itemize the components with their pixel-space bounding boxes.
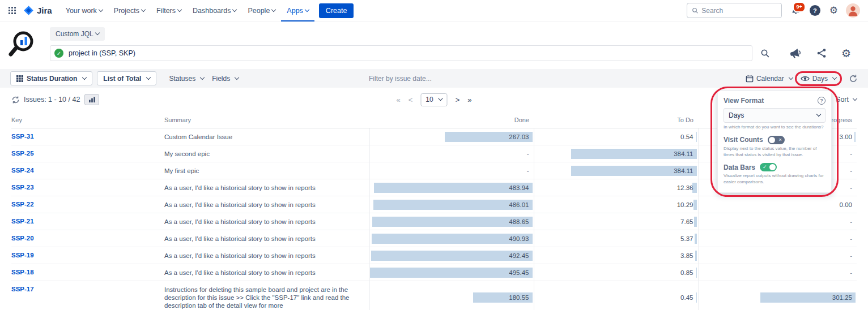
issue-key-link[interactable]: SSP-21 — [11, 218, 34, 225]
chevron-down-icon — [832, 75, 837, 79]
duration-cell-inprogress: 301.25 — [698, 281, 857, 310]
data-bars-help-text: Visualize report outputs without drawing… — [724, 173, 826, 186]
create-button[interactable]: Create — [319, 3, 354, 18]
notifications-button[interactable]: 9+ — [791, 6, 801, 15]
toggle-check-icon: ✓ — [763, 163, 767, 171]
chevron-down-icon — [141, 7, 146, 11]
data-bar — [854, 132, 856, 142]
issue-key-cell: SSP-23 — [11, 179, 164, 196]
table-row: SSP-19As a user, I'd like a historical s… — [11, 247, 857, 264]
avatar[interactable] — [846, 3, 860, 18]
issue-date-filter-input[interactable] — [369, 75, 499, 83]
nav-filters[interactable]: Filters — [151, 0, 187, 21]
issue-key-link[interactable]: SSP-19 — [11, 252, 34, 259]
sync-icon[interactable] — [849, 74, 858, 83]
duration-value: 0.45 — [534, 294, 693, 301]
issue-key-cell: SSP-21 — [11, 213, 164, 230]
nav-people[interactable]: People — [242, 0, 281, 21]
duration-value: - — [699, 218, 853, 225]
issues-count-label: Issues: 1 - 10 / 42 — [24, 96, 80, 104]
fields-label: Fields — [212, 75, 230, 83]
check-icon: ✓ — [57, 50, 61, 57]
calendar-dropdown[interactable]: Calendar — [746, 75, 793, 83]
chart-view-button[interactable] — [84, 94, 99, 105]
nav-projects[interactable]: Projects — [108, 0, 151, 21]
column-header-summary[interactable]: Summary — [164, 111, 369, 128]
report-type-dropdown[interactable]: Status Duration — [10, 71, 92, 85]
help-button[interactable]: ? — [810, 5, 820, 16]
column-header-todo[interactable]: To Do — [534, 111, 698, 128]
jql-search-icon[interactable] — [760, 49, 769, 58]
nav-people-label: People — [248, 7, 270, 15]
list-mode-dropdown[interactable]: List of Total — [97, 71, 156, 85]
duration-cell-done: 495.45 — [369, 264, 534, 281]
sort-dropdown[interactable]: Sort — [836, 96, 857, 104]
app-switcher-icon[interactable] — [8, 6, 16, 15]
duration-cell-todo: 0.54 — [534, 128, 698, 145]
chevron-down-icon — [271, 7, 276, 11]
jira-logo[interactable]: Jira — [23, 5, 52, 16]
duration-cell-done: 267.03 — [369, 128, 534, 145]
issue-key-link[interactable]: SSP-25 — [11, 150, 34, 157]
issue-key-link[interactable]: SSP-20 — [11, 235, 34, 242]
fields-dropdown[interactable]: Fields — [212, 75, 239, 83]
column-header-done[interactable]: Done — [369, 111, 534, 128]
view-format-dropdown[interactable]: Days — [801, 75, 836, 83]
jira-logo-text: Jira — [37, 6, 52, 15]
next-page-button[interactable]: > — [456, 96, 460, 104]
issue-key-link[interactable]: SSP-17 — [11, 286, 34, 292]
issue-key-link[interactable]: SSP-31 — [11, 133, 34, 140]
nav-your-work-label: Your work — [66, 7, 97, 15]
jira-app-screen: Jira Your work Projects Filters Dashboar… — [0, 0, 868, 310]
help-icon[interactable]: ? — [818, 97, 826, 105]
eye-icon — [801, 75, 810, 82]
duration-value: - — [699, 235, 853, 242]
page-size-select[interactable]: 10 — [420, 93, 447, 106]
global-search-box[interactable] — [687, 3, 782, 18]
toggle-knob — [769, 137, 775, 143]
settings-icon[interactable]: ⚙ — [829, 6, 838, 15]
gear-icon: ⚙ — [829, 5, 838, 16]
format-select-value: Days — [729, 111, 744, 119]
duration-cell-done: 488.65 — [369, 213, 534, 230]
first-page-button[interactable]: « — [396, 96, 400, 104]
statuses-dropdown[interactable]: Statuses — [169, 75, 204, 83]
duration-value: - — [370, 150, 529, 157]
duration-value: 490.93 — [370, 235, 529, 242]
duration-cell-todo: 12.36 — [534, 179, 698, 196]
calendar-icon — [746, 75, 754, 83]
issue-key-link[interactable]: SSP-22 — [11, 201, 34, 208]
chevron-down-icon — [146, 75, 151, 79]
nav-your-work[interactable]: Your work — [60, 0, 108, 21]
issue-key-link[interactable]: SSP-24 — [11, 167, 34, 174]
visit-counts-toggle[interactable]: × — [768, 136, 785, 144]
report-toolbar: Status Duration List of Total Statuses F… — [0, 69, 868, 88]
duration-cell-done: - — [369, 145, 534, 162]
nav-dashboards[interactable]: Dashboards — [187, 0, 242, 21]
jql-valid-check-icon: ✓ — [54, 49, 63, 58]
search-input[interactable] — [701, 7, 777, 15]
jql-input[interactable] — [50, 45, 752, 61]
issue-key-link[interactable]: SSP-23 — [11, 184, 34, 191]
nav-apps[interactable]: Apps — [281, 0, 314, 21]
format-select[interactable]: Days — [724, 108, 826, 123]
jql-mode-dropdown[interactable]: Custom JQL — [50, 27, 105, 41]
duration-cell-todo: 5.37 — [534, 230, 698, 247]
chevron-down-icon — [438, 96, 442, 101]
duration-cell-todo: 384.11 — [534, 162, 698, 179]
prev-page-button[interactable]: < — [409, 96, 413, 104]
last-page-button[interactable]: » — [467, 96, 471, 104]
statuses-label: Statuses — [169, 75, 195, 83]
duration-value: - — [699, 252, 853, 259]
issue-key-link[interactable]: SSP-18 — [11, 269, 34, 275]
app-settings-icon[interactable]: ⚙ — [841, 48, 851, 59]
data-bars-toggle[interactable]: ✓ — [760, 163, 777, 171]
column-header-key[interactable]: Key — [11, 111, 164, 128]
duration-value: 488.65 — [370, 218, 529, 225]
refresh-icon[interactable] — [11, 96, 20, 104]
chevron-down-icon — [235, 75, 239, 79]
duration-value: 267.03 — [370, 134, 529, 140]
question-icon: ? — [813, 7, 817, 14]
share-icon[interactable] — [816, 48, 827, 58]
announcement-icon[interactable] — [790, 48, 802, 59]
